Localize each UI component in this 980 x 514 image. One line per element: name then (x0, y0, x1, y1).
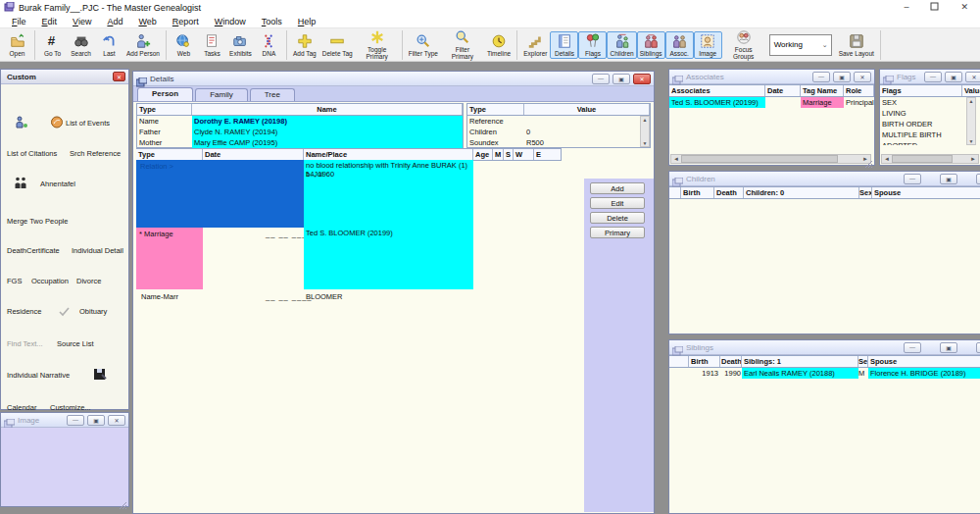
children-button[interactable]: Children (607, 31, 636, 59)
custom-item-death-certificate[interactable]: DeathCertificate (7, 246, 60, 255)
minimize-icon[interactable]: — (924, 72, 942, 82)
scroll-down-icon[interactable]: ▼ (643, 140, 648, 146)
layout-dropdown[interactable]: Working ⌄ (769, 34, 832, 56)
resize-grip[interactable] (864, 155, 873, 164)
last-button[interactable]: Last (95, 31, 123, 59)
focus-groups-button[interactable]: Focus Groups (722, 27, 765, 62)
exhibits-button[interactable]: Exhibits (226, 31, 255, 59)
details-titlebar[interactable]: Details — ▣ ✕ (133, 72, 654, 86)
associates-titlebar[interactable]: Associates — ▣ ✕ (669, 70, 874, 84)
flags-titlebar[interactable]: Flags — ▣ ✕ (880, 70, 980, 84)
custom-item-list-of-events[interactable]: List of Events (66, 119, 110, 128)
edit-button[interactable]: Edit (590, 197, 645, 209)
custom-item-source-list[interactable]: Source List (57, 339, 94, 348)
children-titlebar[interactable]: Children — ▣ ✕ (669, 172, 980, 186)
add-tag-button[interactable]: Add Tag (290, 31, 319, 59)
scroll-up-icon[interactable]: ▲ (969, 98, 974, 104)
search-button[interactable]: Search (67, 31, 95, 59)
scroll-right-icon[interactable]: ► (968, 156, 978, 162)
maximize-icon[interactable]: ▣ (940, 342, 957, 353)
maximize-icon[interactable]: ▣ (945, 72, 962, 82)
flags-button[interactable]: Flags (578, 31, 607, 59)
table-row[interactable]: 1913 1990 Earl Nealis RAMEY (20188) M Fl… (669, 368, 980, 379)
close-icon[interactable]: ✕ (965, 72, 980, 82)
custom-item-srch-reference[interactable]: Srch Reference (70, 149, 121, 158)
menu-tools[interactable]: Tools (254, 17, 290, 26)
table-row[interactable]: Soundex R500 (467, 137, 650, 148)
flag-row[interactable]: ADOPTED (880, 140, 980, 145)
web-button[interactable]: Web (170, 31, 198, 59)
maximize-icon[interactable]: ▣ (940, 174, 957, 184)
delete-tag-button[interactable]: Delete Tag (319, 31, 356, 59)
maximize-icon[interactable]: ▣ (833, 72, 851, 82)
table-row[interactable]: Father Clyde N. RAMEY (20194) (137, 127, 463, 137)
marriage-name-place-cell[interactable]: Ted S. BLOOMER (20199) (304, 228, 473, 289)
toggle-primary-button[interactable]: Toggle Primary (356, 27, 399, 62)
maximize-icon[interactable]: ▣ (612, 74, 630, 84)
close-icon[interactable]: ✕ (976, 174, 980, 184)
custom-item-individual-narrative[interactable]: Individual Narrative (7, 371, 70, 380)
flag-row[interactable]: BIRTH ORDER (880, 119, 980, 129)
flag-row[interactable]: MULTIPLE BIRTH (880, 129, 980, 140)
menu-file[interactable]: File (4, 17, 34, 26)
menu-add[interactable]: Add (99, 17, 130, 26)
resize-grip[interactable] (119, 496, 127, 505)
timeline-button[interactable]: Timeline (484, 31, 514, 59)
scroll-down-icon[interactable]: ▼ (969, 138, 974, 144)
close-icon[interactable]: ✕ (854, 72, 871, 82)
scrollbar-vertical[interactable]: ▲▼ (640, 116, 650, 147)
details-button[interactable]: Details (550, 31, 578, 59)
maximize-icon[interactable]: ▣ (87, 415, 105, 426)
close-icon[interactable]: ✕ (960, 2, 968, 13)
menu-web[interactable]: Web (130, 17, 164, 26)
custom-item-individual-detail[interactable]: Individual Detail (72, 246, 123, 255)
filter-primary-button[interactable]: Filter Primary (441, 27, 484, 62)
scrollbar-vertical[interactable]: ▲▼ (966, 97, 976, 145)
relation-name-place-cell[interactable]: no blood relationship with Trinity Anne … (304, 160, 473, 228)
primary-button[interactable]: Primary (590, 227, 645, 238)
minimize-icon[interactable]: – (904, 2, 908, 13)
minimize-icon[interactable]: — (904, 342, 921, 353)
save-layout-button[interactable]: Save Layout (836, 31, 877, 59)
scroll-left-icon[interactable]: ◄ (882, 156, 892, 162)
table-row[interactable]: Name Dorothy E. RAMEY (20198) (137, 116, 463, 127)
add-button[interactable]: Add (590, 182, 645, 194)
custom-item-find-text[interactable]: Find Text... (7, 339, 43, 348)
scroll-thumb[interactable] (892, 155, 953, 163)
custom-item-ahnentafel[interactable]: Ahnentafel (40, 180, 75, 188)
menu-report[interactable]: Report (165, 17, 207, 26)
custom-item-list-of-citations[interactable]: List of Citations (7, 149, 57, 158)
table-row[interactable]: Children 0 (467, 127, 650, 137)
minimize-icon[interactable]: — (904, 174, 921, 184)
dna-button[interactable]: DNA (255, 31, 283, 59)
delete-button[interactable]: Delete (590, 212, 645, 224)
explorer-button[interactable]: Explorer (520, 31, 550, 59)
siblings-titlebar[interactable]: Siblings — ▣ ✕ (669, 340, 980, 355)
restore-icon[interactable] (930, 2, 939, 13)
close-icon[interactable]: ✕ (108, 415, 125, 426)
close-icon[interactable]: ✕ (976, 342, 980, 353)
custom-item-occupation[interactable]: Occupation (31, 277, 69, 285)
tasks-button[interactable]: Tasks (198, 31, 226, 59)
custom-item-residence[interactable]: Residence (7, 307, 41, 316)
scrollbar-horizontal[interactable]: ◄ ► (881, 154, 979, 164)
menu-help[interactable]: Help (290, 17, 324, 26)
custom-item-customize[interactable]: Customize... (50, 403, 91, 412)
assoc-button[interactable]: Assoc. (665, 31, 694, 59)
tab-tree[interactable]: Tree (250, 88, 295, 101)
tab-family[interactable]: Family (195, 88, 248, 101)
close-icon[interactable]: ✕ (113, 72, 125, 81)
close-icon[interactable]: ✕ (633, 74, 651, 84)
custom-item-obituary[interactable]: Obituary (79, 307, 107, 316)
minimize-icon[interactable]: — (812, 72, 830, 82)
menu-window[interactable]: Window (207, 17, 254, 26)
table-row[interactable]: Mother Mary Effie CAMP (20195) (137, 137, 463, 148)
table-row[interactable]: Ted S. BLOOMER (20199) Marriage Principa… (669, 97, 874, 108)
scroll-up-icon[interactable]: ▲ (643, 117, 648, 123)
menu-view[interactable]: View (65, 17, 99, 26)
scrollbar-horizontal[interactable]: ◄ ► (670, 154, 871, 164)
scroll-left-icon[interactable]: ◄ (671, 156, 681, 162)
event-row-marriage[interactable]: * Marriage (136, 228, 203, 289)
flag-row[interactable]: LIVING (880, 108, 980, 119)
siblings-button[interactable]: Siblings (637, 31, 665, 59)
